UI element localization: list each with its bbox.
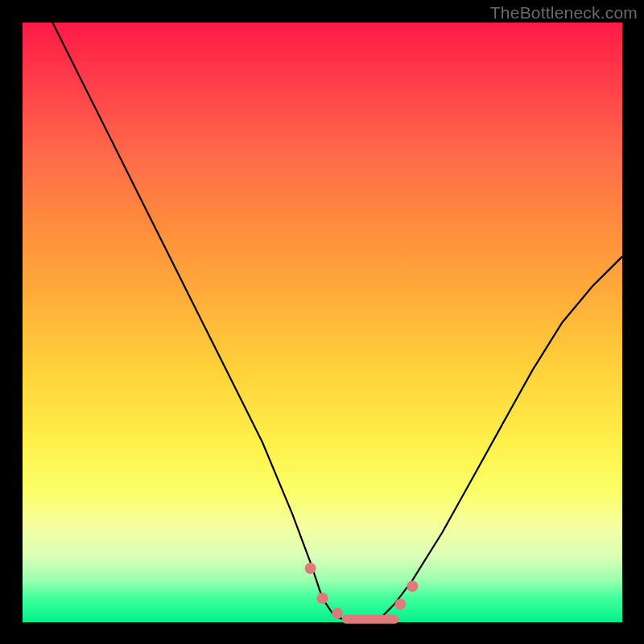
trough-dot-1 (317, 592, 328, 604)
chart-stage: TheBottleneck.com (0, 0, 644, 644)
chart-svg (23, 23, 622, 622)
bottleneck-curve (52, 23, 622, 622)
watermark-text: TheBottleneck.com (490, 3, 638, 23)
plot-area (23, 23, 622, 622)
trough-dot-0 (305, 563, 316, 574)
curve-markers (305, 563, 419, 619)
trough-dot-3 (394, 599, 406, 610)
trough-dot-2 (332, 608, 343, 619)
trough-dot-4 (407, 580, 418, 592)
